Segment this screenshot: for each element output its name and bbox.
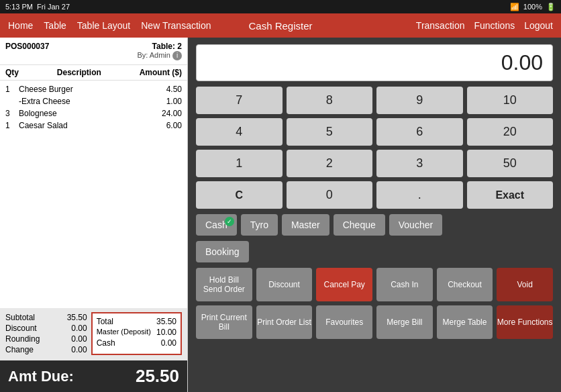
num-btn-1[interactable]: 1 <box>196 150 283 177</box>
nav-table[interactable]: Table <box>44 20 66 31</box>
payment-row: Cash ✓ Tyro Master Cheque Voucher <box>196 214 553 236</box>
main-container: POS000037 Table: 2 By: Admin i Qty Descr… <box>0 38 561 392</box>
amt-due-bar: Amt Due: 25.50 <box>0 360 187 392</box>
nav-right: Transaction Functions Logout <box>416 20 553 31</box>
num-btn-20[interactable]: 20 <box>467 118 554 146</box>
num-btn-clear[interactable]: C <box>196 181 283 209</box>
amt-due-value: 25.50 <box>136 366 179 387</box>
totals-right-block: Total 35.50 Master (Deposit) 10.00 Cash … <box>91 312 182 355</box>
cash-label: Cash <box>97 338 115 348</box>
num-btn-2[interactable]: 2 <box>287 150 373 177</box>
numpad: 7 8 9 10 4 5 6 20 1 2 3 50 C 0 . Exact <box>196 87 553 209</box>
pay-booking[interactable]: Booking <box>196 241 249 262</box>
nav-table-layout[interactable]: Table Layout <box>77 20 130 31</box>
func-print-order-list[interactable]: Print Order List <box>256 305 313 339</box>
num-btn-7[interactable]: 7 <box>196 87 283 114</box>
list-item: 1 Caesar Salad 6.00 <box>0 119 187 132</box>
func-more-functions[interactable]: More Functions <box>497 305 553 339</box>
func-grid: Hold BillSend Order Discount Cancel Pay … <box>196 268 553 339</box>
master-value: 10.00 <box>156 328 176 337</box>
func-hold-bill[interactable]: Hold BillSend Order <box>196 268 252 301</box>
num-btn-10[interactable]: 10 <box>467 87 554 114</box>
col-desc: Description <box>57 68 101 77</box>
rounding-label: Rounding <box>5 334 40 344</box>
num-btn-exact[interactable]: Exact <box>467 181 554 209</box>
battery-icon: 🔋 <box>546 3 556 11</box>
info-icon: i <box>172 51 182 60</box>
list-item: -Extra Cheese 1.00 <box>0 95 187 107</box>
num-btn-dot[interactable]: . <box>376 181 463 209</box>
change-label: Change <box>5 345 34 354</box>
status-right: 📶 100% 🔋 <box>510 3 556 11</box>
nav-new-transaction[interactable]: New Transaction <box>141 20 211 31</box>
num-btn-6[interactable]: 6 <box>376 118 463 146</box>
pay-master[interactable]: Master <box>282 214 329 236</box>
subtotal-value: 35.50 <box>67 313 87 322</box>
nav-bar: Home Table Table Layout New Transaction … <box>0 13 561 38</box>
list-item: 1 Cheese Burger 4.50 <box>0 83 187 95</box>
cash-value: 0.00 <box>161 338 176 348</box>
func-void[interactable]: Void <box>497 268 553 301</box>
nav-left: Home Table Table Layout New Transaction <box>8 20 211 31</box>
receipt-totals: Subtotal 35.50 Discount 0.00 Rounding 0.… <box>0 308 187 360</box>
nav-title: Cash Register <box>248 20 312 32</box>
subtotal-label: Subtotal <box>5 313 35 322</box>
col-qty: Qty <box>5 68 19 77</box>
num-btn-3[interactable]: 3 <box>376 150 463 177</box>
col-amount: Amount ($) <box>140 68 182 77</box>
pay-cheque[interactable]: Cheque <box>334 214 385 236</box>
total-label: Total <box>97 317 113 326</box>
total-value: 35.50 <box>156 317 176 326</box>
master-label: Master (Deposit) <box>97 328 151 337</box>
nav-home[interactable]: Home <box>8 20 33 31</box>
num-btn-5[interactable]: 5 <box>287 118 373 146</box>
list-item: 3 Bolognese 24.00 <box>0 107 187 119</box>
table-number: Table: 2 <box>152 42 182 51</box>
func-discount[interactable]: Discount <box>256 268 313 301</box>
status-bar: 5:13 PM Fri Jan 27 📶 100% 🔋 <box>0 0 561 13</box>
status-time: 5:13 PM Fri Jan 27 <box>5 3 70 11</box>
nav-logout[interactable]: Logout <box>524 20 553 31</box>
num-btn-4[interactable]: 4 <box>196 118 283 146</box>
num-btn-8[interactable]: 8 <box>287 87 373 114</box>
amt-due-label: Amt Due: <box>8 368 74 385</box>
num-btn-0[interactable]: 0 <box>287 181 373 209</box>
func-checkout[interactable]: Checkout <box>437 268 493 301</box>
receipt-panel: POS000037 Table: 2 By: Admin i Qty Descr… <box>0 38 188 392</box>
num-display: 0.00 <box>196 44 553 81</box>
func-favourites[interactable]: Favourites <box>316 305 372 339</box>
receipt-header: POS000037 Table: 2 By: Admin i <box>0 38 187 65</box>
right-panel: 0.00 7 8 9 10 4 5 6 20 1 2 3 50 C 0 . Ex… <box>188 38 561 392</box>
cash-active-indicator: ✓ <box>225 217 234 226</box>
wifi-icon: 📶 <box>510 3 519 11</box>
pay-cash[interactable]: Cash ✓ <box>196 214 237 236</box>
rounding-value: 0.00 <box>71 334 87 344</box>
discount-label: Discount <box>5 324 37 333</box>
func-cash-in[interactable]: Cash In <box>376 268 433 301</box>
by-admin: By: Admin <box>137 51 170 60</box>
func-merge-bill[interactable]: Merge Bill <box>376 305 433 339</box>
receipt-columns: Qty Description Amount ($) <box>0 65 187 81</box>
discount-value: 0.00 <box>71 324 87 333</box>
order-id: POS000037 <box>5 42 49 51</box>
num-btn-9[interactable]: 9 <box>376 87 463 114</box>
pay-voucher[interactable]: Voucher <box>389 214 442 236</box>
nav-transaction[interactable]: Transaction <box>416 20 465 31</box>
payment-row-2: Booking <box>196 241 553 262</box>
pay-tyro[interactable]: Tyro <box>241 214 278 236</box>
battery-level: 100% <box>523 3 542 11</box>
func-cancel-pay[interactable]: Cancel Pay <box>316 268 372 301</box>
nav-functions[interactable]: Functions <box>474 20 515 31</box>
num-btn-50[interactable]: 50 <box>467 150 554 177</box>
func-merge-table[interactable]: Merge Table <box>437 305 493 339</box>
change-value: 0.00 <box>71 345 87 354</box>
func-print-current-bill[interactable]: Print Current Bill <box>196 305 252 339</box>
receipt-items: 1 Cheese Burger 4.50 -Extra Cheese 1.00 … <box>0 81 187 308</box>
